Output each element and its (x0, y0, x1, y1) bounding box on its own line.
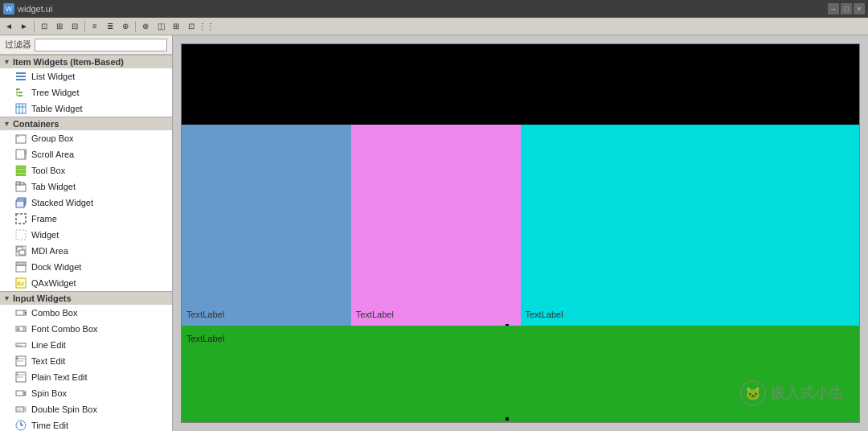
text-edit-icon: A (14, 355, 27, 367)
text-label-4: TextLabel (186, 334, 224, 343)
sidebar-item-list-widget[interactable]: List Widget (0, 68, 172, 84)
canvas: TextLabel TextLabel TextLabel TextLabel (181, 43, 860, 423)
svg-rect-29 (16, 230, 26, 240)
widget-icon (14, 228, 27, 241)
section-arrow-input-widgets: ▼ (3, 294, 10, 302)
sidebar-item-tool-box[interactable]: Tool Box (0, 162, 172, 179)
toolbar-btn-10[interactable]: ◫ (154, 19, 168, 34)
svg-rect-59 (23, 407, 26, 409)
svg-text:A: A (16, 356, 18, 360)
svg-rect-60 (23, 409, 26, 412)
section-containers[interactable]: ▼ Containers (0, 117, 172, 130)
svg-rect-34 (16, 265, 26, 272)
minimize-button[interactable]: – (828, 3, 839, 14)
titlebar: W widget.ui – □ × (0, 0, 868, 18)
svg-text:abc: abc (17, 343, 22, 347)
sidebar-item-widget[interactable]: Widget (0, 227, 172, 243)
sidebar-item-tab-widget[interactable]: Tab Widget (0, 179, 172, 195)
toolbar-btn-4[interactable]: ⊞ (52, 19, 67, 34)
scroll-area-label: Scroll Area (31, 150, 74, 159)
green-bar: TextLabel (182, 326, 859, 422)
sidebar-item-time-edit[interactable]: Time Edit (0, 417, 172, 431)
sidebar-item-line-edit[interactable]: abc Line Edit (0, 337, 172, 353)
frame-label: Frame (31, 214, 57, 224)
section-input-widgets[interactable]: ▼ Input Widgets (0, 291, 172, 305)
svg-rect-32 (19, 250, 25, 255)
app-icon: W (3, 3, 14, 14)
mdi-area-label: MDI Area (31, 246, 68, 256)
list-widget-icon (14, 70, 27, 83)
toolbar-sep-3 (135, 21, 136, 32)
svg-rect-3 (16, 88, 20, 90)
svg-rect-20 (16, 170, 26, 173)
sidebar-item-font-combo-box[interactable]: A Font Combo Box (0, 321, 172, 337)
sidebar-item-stacked-widget[interactable]: Stacked Widget (0, 195, 172, 211)
toolbar-btn-1[interactable]: ◄ (2, 19, 16, 34)
section-item-widgets[interactable]: ▼ Item Widgets (Item-Based) (0, 55, 172, 68)
section-arrow-containers: ▼ (3, 120, 10, 128)
frame-icon (14, 212, 27, 225)
svg-text:▼: ▼ (24, 310, 27, 315)
widget-label: Widget (31, 230, 59, 240)
toolbar-btn-12[interactable]: ⊡ (184, 19, 199, 34)
toolbar-btn-8[interactable]: ⊕ (118, 19, 133, 34)
sidebar-item-group-box[interactable]: G Group Box (0, 130, 172, 146)
watermark: 🐱 嵌入式小生 (740, 380, 843, 406)
svg-rect-21 (16, 174, 26, 176)
dock-widget-icon (14, 261, 27, 273)
filter-label: 过滤器 (5, 39, 31, 51)
sidebar-item-tree-widget[interactable]: Tree Widget (0, 84, 172, 101)
sidebar-item-scroll-area[interactable]: Scroll Area (0, 146, 172, 162)
window-controls: – □ × (828, 3, 865, 14)
svg-rect-53 (16, 391, 23, 396)
toolbar-btn-11[interactable]: ⊞ (169, 19, 183, 34)
sidebar-item-frame[interactable]: Frame (0, 211, 172, 227)
cyan-column: TextLabel (521, 125, 860, 326)
pink-column: TextLabel (351, 125, 521, 326)
toolbar-btn-7[interactable]: ≣ (103, 19, 117, 34)
toolbar-btn-6[interactable]: ≡ (88, 19, 102, 34)
toolbar-btn-9[interactable]: ⊗ (138, 19, 153, 34)
section-label-input-widgets: Input Widgets (13, 293, 72, 303)
close-button[interactable]: × (854, 3, 865, 14)
toolbar-btn-2[interactable]: ► (17, 19, 31, 34)
filter-input[interactable] (35, 39, 167, 51)
plain-text-edit-label: Plain Text Edit (31, 372, 88, 382)
svg-rect-42 (23, 326, 26, 331)
mdi-area-icon (14, 244, 27, 257)
table-widget-icon (14, 102, 27, 115)
maximize-button[interactable]: □ (841, 3, 852, 14)
svg-rect-16 (16, 150, 25, 159)
toolbar-btn-13[interactable]: ⋮⋮ (199, 19, 214, 34)
svg-text:Ax: Ax (17, 281, 24, 286)
stacked-widget-icon (14, 196, 27, 209)
svg-text:A: A (17, 326, 20, 331)
filter-bar: 过滤器 (0, 35, 172, 55)
list-widget-label: List Widget (31, 72, 75, 81)
toolbar-sep-1 (34, 21, 35, 32)
sidebar-item-spin-box[interactable]: ▲ ▼ Spin Box (0, 385, 172, 401)
section-arrow-item-widgets: ▼ (3, 58, 10, 66)
bottom-center-dot (506, 417, 509, 421)
svg-rect-18 (25, 151, 27, 154)
line-edit-label: Line Edit (31, 340, 66, 350)
sidebar-item-plain-text-edit[interactable]: A Plain Text Edit (0, 369, 172, 385)
sidebar-item-table-widget[interactable]: Table Widget (0, 101, 172, 117)
toolbar-btn-3[interactable]: ⊡ (37, 19, 51, 34)
qax-widget-label: QAxWidget (31, 278, 76, 288)
sidebar-item-qax-widget[interactable]: Ax QAxWidget (0, 275, 172, 291)
svg-rect-9 (16, 104, 26, 113)
sidebar-item-double-spin-box[interactable]: 0.0 Double Spin Box (0, 401, 172, 417)
tree-widget-label: Tree Widget (31, 88, 80, 97)
sidebar-item-text-edit[interactable]: A Text Edit (0, 353, 172, 369)
sidebar-item-mdi-area[interactable]: MDI Area (0, 243, 172, 259)
group-box-label: Group Box (31, 133, 74, 143)
sidebar-item-combo-box[interactable]: ▼ Combo Box (0, 305, 172, 321)
toolbar-btn-5[interactable]: ⊟ (68, 19, 82, 34)
sidebar-item-dock-widget[interactable]: Dock Widget (0, 259, 172, 275)
titlebar-title: widget.ui (18, 4, 52, 14)
main-area: 过滤器 ▼ Item Widgets (Item-Based) List Wid… (0, 35, 868, 431)
double-spin-box-icon: 0.0 (14, 403, 27, 416)
double-spin-box-label: Double Spin Box (31, 404, 97, 414)
combo-box-icon: ▼ (14, 306, 27, 319)
